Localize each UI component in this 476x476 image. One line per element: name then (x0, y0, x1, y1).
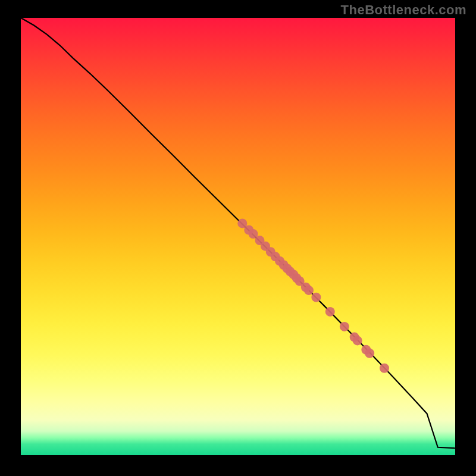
data-point (353, 336, 362, 345)
plot-area (21, 18, 455, 455)
data-point (311, 293, 321, 302)
bottleneck-curve (21, 18, 455, 448)
chart-svg (21, 18, 455, 455)
data-point (304, 286, 314, 295)
watermark-text: TheBottleneck.com (341, 2, 466, 18)
data-point (340, 322, 349, 331)
data-point (380, 364, 389, 373)
chart-frame: TheBottleneck.com (0, 0, 476, 476)
data-point (325, 307, 335, 317)
data-point (365, 349, 374, 358)
data-points (237, 218, 389, 372)
